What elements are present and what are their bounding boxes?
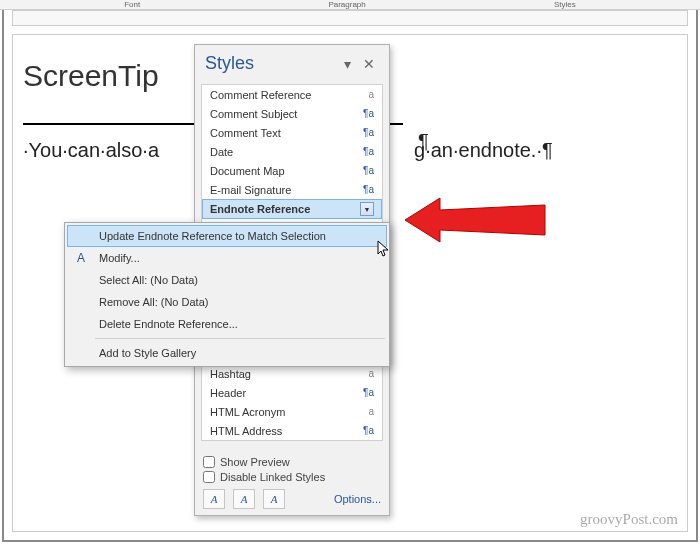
styles-pane-footer: Show Preview Disable Linked Styles A A A… bbox=[195, 447, 389, 515]
new-style-button[interactable]: A bbox=[203, 489, 225, 509]
style-item[interactable]: Document Map¶a bbox=[202, 161, 382, 180]
char-style-icon: a bbox=[368, 368, 374, 379]
style-item[interactable]: Comment Referencea bbox=[202, 85, 382, 104]
style-item[interactable]: E-mail Signature¶a bbox=[202, 180, 382, 199]
style-inspector-button[interactable]: A bbox=[233, 489, 255, 509]
char-style-icon: a bbox=[368, 89, 374, 100]
menu-update-to-match[interactable]: Update Endnote Reference to Match Select… bbox=[67, 225, 387, 247]
linked-style-icon: ¶a bbox=[363, 165, 374, 176]
watermark: groovyPost.com bbox=[580, 511, 678, 528]
manage-styles-button[interactable]: A bbox=[263, 489, 285, 509]
style-dropdown-icon[interactable]: ▼ bbox=[360, 202, 374, 216]
linked-style-icon: ¶a bbox=[363, 387, 374, 398]
paragraph-mark: ¶ bbox=[418, 130, 429, 153]
linked-style-icon: ¶a bbox=[363, 184, 374, 195]
options-link[interactable]: Options... bbox=[334, 493, 381, 505]
char-style-icon: a bbox=[368, 406, 374, 417]
pane-options-dropdown-icon[interactable]: ▾ bbox=[338, 54, 357, 74]
menu-add-to-gallery[interactable]: Add to Style Gallery bbox=[67, 342, 387, 364]
linked-style-icon: ¶a bbox=[363, 108, 374, 119]
style-item-selected[interactable]: Endnote Reference ▼ bbox=[202, 199, 382, 219]
menu-delete-style[interactable]: Delete Endnote Reference... bbox=[67, 313, 387, 335]
style-item[interactable]: Header¶a bbox=[202, 383, 382, 402]
style-item[interactable]: Comment Subject¶a bbox=[202, 104, 382, 123]
linked-style-icon: ¶a bbox=[363, 425, 374, 436]
menu-select-all[interactable]: Select All: (No Data) bbox=[67, 269, 387, 291]
show-preview-checkbox[interactable]: Show Preview bbox=[203, 456, 381, 468]
style-item[interactable]: Date¶a bbox=[202, 142, 382, 161]
menu-modify[interactable]: A Modify... bbox=[67, 247, 387, 269]
style-item[interactable]: HTML Address¶a bbox=[202, 421, 382, 440]
styles-pane-title: Styles bbox=[205, 53, 338, 74]
styles-pane-header: Styles ▾ ✕ bbox=[195, 45, 389, 84]
ribbon-fragment: Font Paragraph Styles bbox=[0, 0, 700, 10]
menu-remove-all[interactable]: Remove All: (No Data) bbox=[67, 291, 387, 313]
disable-linked-checkbox[interactable]: Disable Linked Styles bbox=[203, 471, 381, 483]
style-item[interactable]: Comment Text¶a bbox=[202, 123, 382, 142]
modify-icon: A bbox=[73, 251, 89, 265]
menu-separator bbox=[95, 338, 385, 339]
linked-style-icon: ¶a bbox=[363, 146, 374, 157]
style-context-menu: Update Endnote Reference to Match Select… bbox=[64, 222, 390, 367]
close-pane-icon[interactable]: ✕ bbox=[357, 54, 381, 74]
style-item[interactable]: HTML Acronyma bbox=[202, 402, 382, 421]
linked-style-icon: ¶a bbox=[363, 127, 374, 138]
ruler[interactable] bbox=[12, 10, 688, 26]
